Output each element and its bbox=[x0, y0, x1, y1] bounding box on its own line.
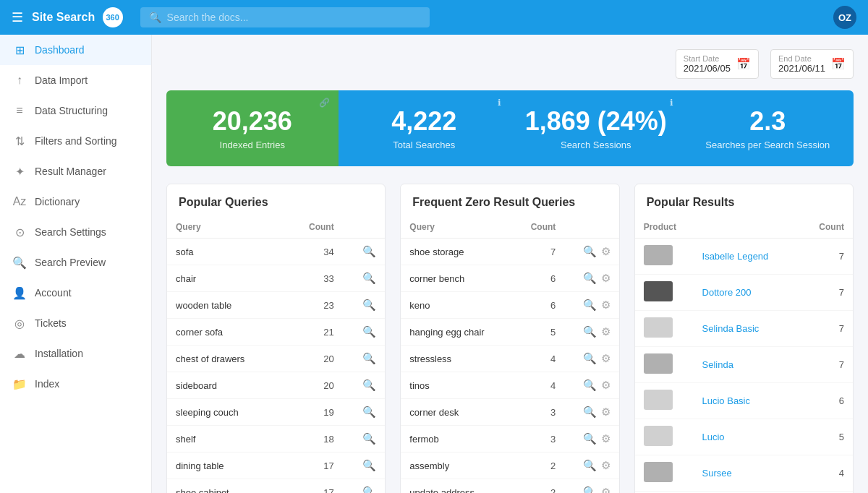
end-date-value: 2021/06/11 bbox=[778, 63, 825, 74]
per-session-label: Searches per Search Session bbox=[705, 140, 830, 150]
search-zr-btn[interactable]: 🔍 bbox=[583, 352, 597, 365]
sidebar-item-search-preview[interactable]: 🔍 Search Preview bbox=[0, 247, 151, 278]
search-zr-btn[interactable]: 🔍 bbox=[583, 459, 597, 472]
settings-zr-btn[interactable]: ⚙ bbox=[601, 459, 610, 472]
table-row: shelf 18 🔍 bbox=[167, 426, 385, 453]
search-action-btn[interactable]: 🔍 bbox=[362, 406, 376, 419]
search-action-btn[interactable]: 🔍 bbox=[362, 432, 376, 445]
count-cell: 4 bbox=[513, 372, 564, 399]
search-action-btn[interactable]: 🔍 bbox=[362, 459, 376, 472]
actions-cell: 🔍 ⚙ bbox=[564, 292, 618, 319]
search-zr-btn[interactable]: 🔍 bbox=[583, 406, 597, 419]
info-icon: ℹ bbox=[498, 98, 501, 108]
actions-cell: 🔍 ⚙ bbox=[564, 453, 618, 479]
settings-zr-btn[interactable]: ⚙ bbox=[601, 245, 610, 258]
table-row: shoe cabinet 17 🔍 bbox=[167, 479, 385, 494]
count-cell: 6 bbox=[513, 292, 564, 319]
settings-zr-btn[interactable]: ⚙ bbox=[601, 432, 610, 445]
product-name-cell: Selinda bbox=[694, 347, 799, 383]
sidebar-item-dictionary[interactable]: Az Dictionary bbox=[0, 187, 151, 217]
query-cell: chair bbox=[167, 265, 285, 292]
global-search[interactable]: 🔍 Search the docs... bbox=[140, 7, 430, 27]
settings-zr-btn[interactable]: ⚙ bbox=[601, 379, 610, 392]
product-link[interactable]: Selinda bbox=[702, 359, 733, 370]
search-action-btn[interactable]: 🔍 bbox=[362, 352, 376, 365]
actions-cell: 🔍 ⚙ bbox=[564, 426, 618, 453]
product-thumbnail bbox=[644, 462, 673, 482]
actions-cell: 🔍 ⚙ bbox=[564, 239, 618, 265]
search-zr-btn[interactable]: 🔍 bbox=[583, 432, 597, 445]
sidebar-item-label: Installation bbox=[35, 348, 83, 359]
sessions-value: 1,869 (24%) bbox=[525, 106, 667, 137]
count-cell: 5 bbox=[513, 319, 564, 346]
query-cell: tinos bbox=[401, 372, 513, 399]
sidebar-item-label: Data Structuring bbox=[35, 105, 108, 116]
settings-zr-btn[interactable]: ⚙ bbox=[601, 299, 610, 312]
product-link[interactable]: Sursee bbox=[702, 468, 732, 479]
sidebar-item-data-import[interactable]: ↑ Data Import bbox=[0, 65, 151, 95]
sidebar-item-data-structuring[interactable]: ≡ Data Structuring bbox=[0, 95, 151, 126]
product-thumbnail bbox=[644, 317, 673, 338]
settings-zr-btn[interactable]: ⚙ bbox=[601, 272, 610, 285]
sidebar: ⊞ Dashboard ↑ Data Import ≡ Data Structu… bbox=[0, 35, 152, 493]
count-cell: 3 bbox=[513, 399, 564, 426]
query-cell: shoe storage bbox=[401, 239, 513, 265]
product-count-cell: 7 bbox=[799, 311, 853, 347]
search-zr-btn[interactable]: 🔍 bbox=[583, 379, 597, 392]
table-row: hanging egg chair 5 🔍 ⚙ bbox=[401, 319, 618, 346]
search-action-btn[interactable]: 🔍 bbox=[362, 379, 376, 392]
installation-icon: ☁ bbox=[12, 346, 27, 361]
info-icon-2: ℹ bbox=[670, 98, 673, 108]
product-row: Lucio Basic 6 bbox=[635, 383, 853, 419]
sidebar-item-tickets[interactable]: ◎ Tickets bbox=[0, 308, 151, 338]
search-action-btn[interactable]: 🔍 bbox=[362, 299, 376, 312]
stat-search-sessions: ℹ 1,869 (24%) Search Sessions bbox=[510, 90, 682, 166]
search-zr-btn[interactable]: 🔍 bbox=[583, 272, 597, 285]
end-date-picker[interactable]: End Date 2021/06/11 📅 bbox=[770, 49, 854, 79]
sidebar-item-index[interactable]: 📁 Index bbox=[0, 369, 151, 399]
count-cell: 33 bbox=[285, 265, 343, 292]
settings-zr-btn[interactable]: ⚙ bbox=[601, 325, 610, 338]
settings-zr-btn[interactable]: ⚙ bbox=[601, 486, 610, 493]
user-avatar[interactable]: OZ bbox=[833, 6, 856, 29]
table-row: dining table 17 🔍 bbox=[167, 453, 385, 479]
product-count-cell: 7 bbox=[799, 347, 853, 383]
count-cell: 20 bbox=[285, 372, 343, 399]
hamburger-menu[interactable]: ☰ bbox=[12, 9, 23, 25]
search-action-btn[interactable]: 🔍 bbox=[362, 325, 376, 338]
product-name-cell: Sursee bbox=[694, 455, 799, 492]
product-link[interactable]: Lucio Basic bbox=[702, 395, 750, 406]
product-link[interactable]: Selinda Basic bbox=[702, 323, 760, 334]
search-action-btn[interactable]: 🔍 bbox=[362, 245, 376, 258]
searches-label: Total Searches bbox=[393, 140, 455, 150]
search-action-btn[interactable]: 🔍 bbox=[362, 272, 376, 285]
query-cell: sleeping couch bbox=[167, 399, 285, 426]
query-cell: assembly bbox=[401, 453, 513, 479]
sidebar-item-dashboard[interactable]: ⊞ Dashboard bbox=[0, 35, 151, 65]
start-date-picker[interactable]: Start Date 2021/06/05 📅 bbox=[676, 49, 759, 79]
product-row: Sursee 4 bbox=[635, 455, 853, 492]
product-link[interactable]: Dottore 200 bbox=[702, 287, 752, 298]
popular-results-table: Product Count Isabelle Legend 7 Dottore … bbox=[635, 216, 853, 493]
search-zr-btn[interactable]: 🔍 bbox=[583, 325, 597, 338]
sidebar-item-filters-sorting[interactable]: ⇅ Filters and Sorting bbox=[0, 126, 151, 156]
sidebar-item-installation[interactable]: ☁ Installation bbox=[0, 338, 151, 369]
pr-col-count: Count bbox=[799, 216, 853, 239]
sidebar-item-account[interactable]: 👤 Account bbox=[0, 278, 151, 308]
search-zr-btn[interactable]: 🔍 bbox=[583, 486, 597, 493]
per-session-value: 2.3 bbox=[749, 106, 786, 137]
product-link[interactable]: Isabelle Legend bbox=[702, 251, 769, 262]
table-row: sofa 34 🔍 bbox=[167, 239, 385, 265]
search-zr-btn[interactable]: 🔍 bbox=[583, 245, 597, 258]
actions-cell: 🔍 ⚙ bbox=[564, 265, 618, 292]
product-link[interactable]: Lucio bbox=[702, 432, 725, 442]
search-action-btn[interactable]: 🔍 bbox=[362, 486, 376, 493]
actions-cell: 🔍 bbox=[343, 346, 386, 372]
sidebar-item-search-settings[interactable]: ⊙ Search Settings bbox=[0, 217, 151, 247]
query-cell: shoe cabinet bbox=[167, 479, 285, 494]
sidebar-item-result-manager[interactable]: ✦ Result Manager bbox=[0, 156, 151, 187]
settings-zr-btn[interactable]: ⚙ bbox=[601, 406, 610, 419]
table-row: keno 6 🔍 ⚙ bbox=[401, 292, 618, 319]
search-zr-btn[interactable]: 🔍 bbox=[583, 299, 597, 312]
settings-zr-btn[interactable]: ⚙ bbox=[601, 352, 610, 365]
